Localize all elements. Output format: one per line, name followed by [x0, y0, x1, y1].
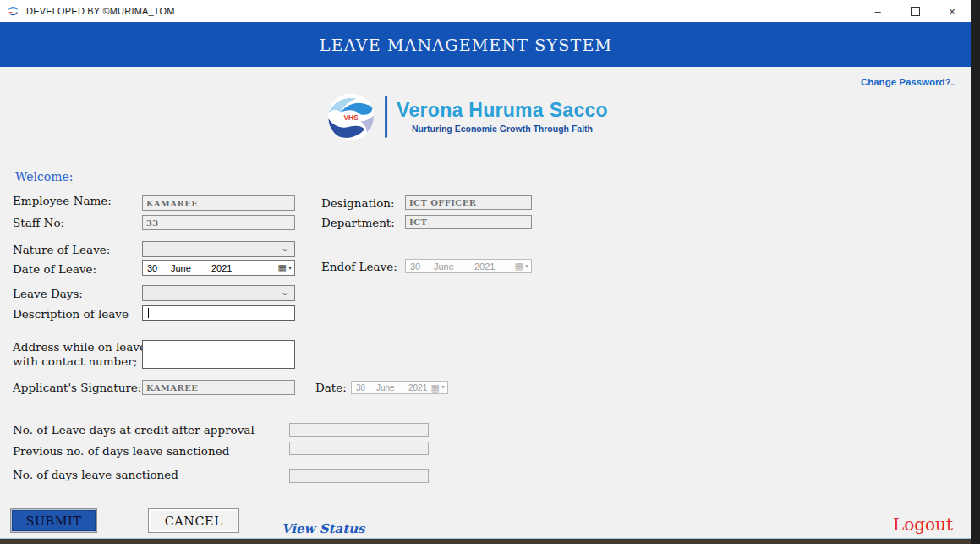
dropdown-arrow-icon: ▾	[525, 263, 528, 270]
department-field: ICT	[405, 215, 532, 229]
staff-no-label: Staff No:	[13, 216, 64, 229]
calendar-icon: ▦	[431, 383, 440, 393]
leave-days-select[interactable]: ⌄	[142, 285, 295, 301]
date-year: 2021	[207, 263, 232, 273]
dropdown-arrow-icon: ▾	[288, 265, 292, 272]
employee-name-label: Employee Name:	[13, 194, 112, 207]
date-month: June	[430, 261, 470, 272]
credit-days-field	[289, 423, 429, 437]
titlebar-text: DEVELOPED BY ©MURIMA_TOM	[26, 6, 175, 16]
window-titlebar: DEVELOPED BY ©MURIMA_TOM – ×	[0, 0, 971, 22]
vhs-emblem: VHS	[327, 93, 375, 140]
description-input[interactable]	[142, 305, 295, 321]
datepicker-controls: ▦ ▾	[431, 383, 447, 393]
sacco-name: Verona Huruma Sacco	[397, 100, 608, 121]
address-label-line1: Address while on leave:	[13, 340, 150, 354]
date-day: 30	[406, 261, 430, 272]
vhs-monogram: VHS	[343, 113, 359, 122]
datepicker-controls: ▦ ▾	[515, 261, 531, 271]
logo-text: Verona Huruma Sacco Nurturing Economic G…	[397, 100, 608, 133]
date-label: Date:	[315, 381, 347, 394]
change-password-link[interactable]: Change Password?..	[861, 77, 956, 87]
dropdown-arrow-icon: ▾	[441, 384, 445, 391]
end-of-leave-picker: 30 June 2021 ▦ ▾	[405, 259, 532, 273]
address-label-line2: with contact number;	[13, 354, 137, 368]
end-of-leave-label: Endof Leave:	[321, 260, 397, 273]
close-icon: ×	[949, 5, 955, 18]
date-day: 30	[143, 263, 167, 273]
minimize-icon: –	[874, 5, 880, 18]
calendar-icon: ▦	[278, 263, 287, 272]
days-sanctioned-label: No. of days leave sanctioned	[13, 468, 178, 481]
previous-sanctioned-field	[289, 442, 429, 455]
submit-button[interactable]: SUBMIT	[10, 508, 97, 533]
signature-label: Applicant's Signature:	[13, 381, 141, 394]
date-picker: 30 June 2021 ▦ ▾	[351, 381, 448, 394]
header-banner: LEAVE MANAGEMENT SYSTEM	[0, 22, 971, 67]
staff-no-field: 33	[142, 215, 295, 230]
leave-days-label: Leave Days:	[13, 287, 83, 300]
date-of-leave-picker[interactable]: 30 June 2021 ▦ ▾	[142, 260, 295, 276]
sacco-logo: VHS Verona Huruma Sacco Nurturing Econom…	[327, 93, 608, 140]
date-year: 2021	[404, 383, 427, 393]
sacco-tagline: Nurturing Economic Growth Through Faith	[412, 124, 593, 134]
date-month: June	[167, 263, 207, 273]
cancel-button[interactable]: CANCEL	[148, 508, 239, 533]
welcome-text: Welcome:	[15, 170, 74, 184]
logout-link[interactable]: Logout	[893, 514, 953, 535]
department-label: Department:	[321, 216, 395, 229]
date-day: 30	[352, 383, 372, 393]
description-label: Description of leave	[13, 307, 129, 321]
app-window: DEVELOPED BY ©MURIMA_TOM – × LEAVE MANAG…	[0, 0, 971, 539]
minimize-button[interactable]: –	[859, 0, 896, 22]
maximize-button[interactable]	[896, 0, 933, 22]
designation-field: ICT OFFICER	[405, 195, 532, 210]
logo-divider	[385, 96, 387, 138]
app-icon	[7, 5, 19, 18]
designation-label: Designation:	[321, 196, 395, 210]
credit-days-label: No. of Leave days at credit after approv…	[13, 423, 255, 437]
desktop-edge-right	[971, 0, 980, 544]
nature-of-leave-select[interactable]: ⌄	[142, 241, 295, 257]
text-caret	[148, 308, 149, 318]
address-textarea[interactable]	[142, 340, 295, 369]
calendar-icon: ▦	[515, 261, 523, 271]
page-title: LEAVE MANAGEMENT SYSTEM	[320, 36, 612, 54]
employee-name-field: KAMAREE	[142, 195, 295, 211]
signature-field: KAMAREE	[142, 380, 295, 395]
previous-sanctioned-label: Previous no. of days leave sanctioned	[13, 444, 229, 458]
date-year: 2021	[470, 261, 495, 272]
nature-of-leave-label: Nature of Leave:	[13, 243, 110, 256]
close-button[interactable]: ×	[933, 0, 971, 22]
window-controls: – ×	[859, 0, 971, 22]
days-sanctioned-field	[289, 469, 429, 483]
datepicker-controls[interactable]: ▦ ▾	[278, 263, 294, 272]
maximize-icon	[911, 7, 920, 16]
date-of-leave-label: Date of Leave:	[13, 262, 96, 276]
view-status-link[interactable]: View Status	[282, 521, 365, 536]
desktop-edge-bottom	[0, 539, 971, 544]
date-month: June	[372, 383, 404, 393]
